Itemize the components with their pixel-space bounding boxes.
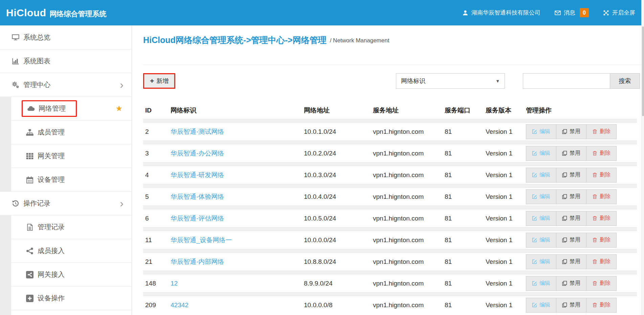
network-name-link[interactable]: 华辰智通_设备网络一 — [171, 236, 232, 244]
edit-button[interactable]: 编辑 — [526, 190, 556, 204]
disable-button[interactable]: 禁用 — [556, 190, 586, 204]
edit-button[interactable]: 编辑 — [526, 211, 556, 226]
cell-id: 209 — [145, 301, 171, 309]
network-name-link[interactable]: 12 — [171, 280, 178, 287]
search-button[interactable]: 搜索 — [610, 73, 640, 89]
cell-server-address: vpn1.hignton.com — [373, 171, 445, 179]
disable-button[interactable]: 禁用 — [556, 168, 586, 182]
disable-icon — [562, 216, 567, 221]
delete-button[interactable]: 删除 — [586, 298, 616, 312]
cell-server-port: 81 — [445, 258, 486, 266]
network-name-link[interactable]: 华辰智通-办公网络 — [171, 150, 224, 157]
delete-button[interactable]: 删除 — [586, 233, 616, 247]
disable-button[interactable]: 禁用 — [556, 255, 586, 269]
edit-button[interactable]: 编辑 — [526, 125, 556, 139]
envelope-icon — [555, 10, 561, 16]
search-input[interactable] — [523, 73, 610, 89]
filter-select[interactable]: 网络标识 ▼ — [396, 73, 505, 89]
trash-icon — [592, 281, 597, 286]
disable-button[interactable]: 禁用 — [556, 276, 586, 291]
sidebar-item-admin-center[interactable]: 管理中心 › — [0, 73, 132, 97]
sidebar-item-system-charts[interactable]: 系统图表 — [0, 49, 132, 73]
network-name-link[interactable]: 42342 — [171, 301, 188, 309]
page-scrollbar[interactable] — [641, 0, 644, 315]
edit-button[interactable]: 编辑 — [526, 168, 556, 182]
delete-button[interactable]: 删除 — [586, 255, 616, 269]
table-row: 11 华辰智通_设备网络一 10.0.0.0/24 vpn1.hignton.c… — [143, 231, 637, 249]
breadcrumb-subtitle: / Network Management — [330, 37, 390, 44]
action-button-group: 编辑 禁用 删除 — [526, 146, 617, 161]
plus-square-icon — [26, 295, 34, 302]
row-separator — [143, 184, 637, 188]
network-name-link[interactable]: 华辰智通-评估网络 — [171, 215, 224, 222]
sidebar-item-gateway-access[interactable]: 网关接入 — [0, 262, 132, 286]
sidebar-item-operation-logs[interactable]: 操作记录 › — [0, 191, 132, 215]
sidebar-item-system-overview[interactable]: 系统总览 — [0, 25, 132, 49]
edit-button[interactable]: 编辑 — [526, 276, 556, 291]
brand-name: HiCloud — [6, 7, 46, 19]
edit-icon — [532, 259, 537, 264]
sidebar-indent-gutter — [0, 262, 11, 286]
sidebar-item-device-operations[interactable]: 设备操作 — [0, 286, 132, 310]
disable-button[interactable]: 禁用 — [556, 298, 586, 312]
annotation-highlight: 成员接入 — [26, 246, 65, 255]
edit-button[interactable]: 编辑 — [526, 233, 556, 247]
delete-button[interactable]: 删除 — [586, 168, 616, 182]
sidebar-item-member-access[interactable]: 成员接入 — [0, 239, 132, 262]
cell-server-address: vpn1.hignton.com — [373, 258, 445, 266]
company-menu[interactable]: 湖南华辰智通科技有限公司 — [462, 9, 540, 17]
annotation-highlight: 操作记录 — [12, 199, 50, 208]
topbar: HiCloud 网络综合管理系统 湖南华辰智通科技有限公司 消息 0 开启全屏 — [0, 0, 644, 25]
edit-button[interactable]: 编辑 — [526, 146, 556, 161]
sidebar-indent-gutter — [0, 215, 11, 239]
chevron-right-icon: › — [120, 197, 124, 208]
column-header: 管理操作 — [526, 106, 637, 115]
disable-button[interactable]: 禁用 — [556, 125, 586, 139]
chevron-right-icon: › — [120, 79, 124, 90]
delete-button[interactable]: 删除 — [586, 190, 616, 204]
cell-network-address: 8.9.9.0/24 — [304, 280, 373, 287]
sidebar: 系统总览 系统图表 管理中心 — [0, 25, 132, 315]
action-button-group: 编辑 禁用 删除 — [526, 254, 617, 269]
network-name-link[interactable]: 华辰智通-内部网络 — [171, 258, 224, 265]
network-name-link[interactable]: 华辰智通-体验网络 — [171, 193, 224, 200]
edit-button[interactable]: 编辑 — [526, 298, 556, 312]
caret-down-icon: ▼ — [495, 79, 500, 84]
sidebar-item-network-management[interactable]: 网络管理 ★ — [0, 97, 132, 120]
edit-button[interactable]: 编辑 — [526, 255, 556, 269]
disable-button[interactable]: 禁用 — [556, 146, 586, 161]
annotation-highlight: 管理中心 — [12, 80, 50, 89]
table-header: ID网络标识网络地址服务地址服务端口服务版本管理操作 — [143, 102, 637, 119]
scrollbar-thumb[interactable] — [642, 26, 644, 116]
sidebar-item-admin-logs[interactable]: 管理记录 — [0, 215, 132, 239]
table-row: 3 华辰智通-办公网络 10.0.2.0/24 vpn1.hignton.com… — [143, 144, 637, 162]
sidebar-item-label: 网络管理 — [39, 104, 66, 113]
delete-button[interactable]: 删除 — [586, 276, 616, 291]
fullscreen-toggle[interactable]: 开启全屏 — [603, 9, 635, 17]
sidebar-indent-gutter — [0, 239, 11, 262]
delete-button[interactable]: 删除 — [586, 146, 616, 161]
favorite-star-icon[interactable]: ★ — [115, 104, 123, 113]
disable-button[interactable]: 禁用 — [556, 211, 586, 226]
disable-icon — [562, 194, 567, 199]
cell-server-version: Version 1 — [486, 193, 526, 201]
sidebar-item-gateway-management[interactable]: 网关管理 — [0, 144, 132, 168]
cell-server-port: 81 — [445, 301, 486, 309]
cell-server-address: vpn1.hignton.com — [373, 236, 445, 244]
fullscreen-icon — [603, 10, 609, 16]
cell-network-address: 10.0.2.0/24 — [304, 150, 373, 157]
annotation-highlight: 网络管理 — [22, 100, 77, 117]
search-group: 搜索 — [523, 73, 640, 89]
delete-button[interactable]: 删除 — [586, 125, 616, 139]
network-name-link[interactable]: 华辰智通-测试网络 — [171, 128, 224, 135]
disable-button[interactable]: 禁用 — [556, 233, 586, 247]
cell-server-version: Version 1 — [486, 236, 526, 244]
sidebar-item-member-management[interactable]: 成员管理 — [0, 120, 132, 144]
action-button-group: 编辑 禁用 删除 — [526, 298, 617, 313]
network-name-link[interactable]: 华辰智通-研发网络 — [171, 171, 224, 178]
messages-menu[interactable]: 消息 0 — [555, 8, 589, 17]
sidebar-item-label: 管理中心 — [23, 80, 50, 89]
delete-button[interactable]: 删除 — [586, 211, 616, 226]
add-button[interactable]: + 新增 — [144, 74, 174, 88]
sidebar-item-device-management[interactable]: 设备管理 — [0, 168, 132, 191]
